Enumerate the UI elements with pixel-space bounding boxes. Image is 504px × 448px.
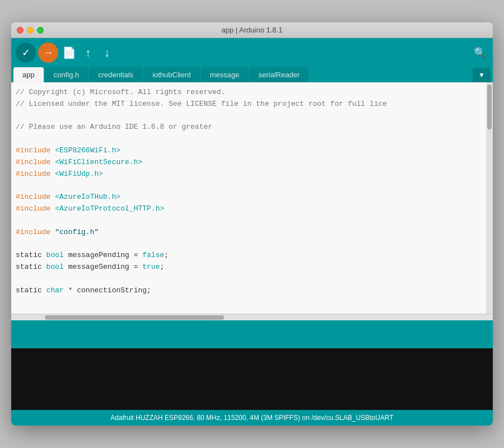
status-bar: Adafruit HUZZAH ESP8266, 80 MHz, 115200,… (11, 410, 493, 426)
open-button[interactable]: ↑ (80, 44, 96, 61)
code-line-4: // Please use an Arduino IDE 1.6.8 or gr… (16, 122, 479, 133)
new-button[interactable]: 📄 (60, 44, 77, 61)
teal-divider (11, 320, 493, 348)
traffic-lights (17, 27, 44, 34)
code-line-3 (16, 110, 479, 122)
code-line-15: static bool messagePending = false; (16, 250, 479, 262)
status-text: Adafruit HUZZAH ESP8266, 80 MHz, 115200,… (110, 414, 393, 422)
toolbar: ✓ → 📄 ↑ ↓ 🔍 (11, 38, 493, 67)
minimize-button[interactable] (27, 27, 34, 34)
vertical-scrollbar-thumb[interactable] (487, 85, 492, 129)
tab-iothubclient[interactable]: iothubClient (143, 67, 200, 82)
title-bar: app | Arduino 1.8.1 (11, 22, 493, 38)
vertical-scrollbar[interactable] (486, 82, 493, 314)
upload-button[interactable]: → (38, 43, 58, 63)
search-button[interactable]: 🔍 (472, 44, 488, 61)
code-line-5 (16, 133, 479, 145)
code-editor[interactable]: // Copyright (c) Microsoft. All rights r… (11, 82, 486, 314)
code-line-9 (16, 180, 479, 192)
code-line-17 (16, 273, 479, 285)
code-line-11: #include <AzureIoTProtocol_HTTP.h> (16, 203, 479, 215)
code-line-1: // Copyright (c) Microsoft. All rights r… (16, 87, 479, 99)
code-line-18: static char * connectionString; (16, 285, 479, 297)
code-line-8: #include <WiFiUdp.h> (16, 169, 479, 180)
code-line-10: #include <AzureIoTHub.h> (16, 192, 479, 203)
horizontal-scrollbar[interactable] (11, 314, 493, 320)
main-window: app | Arduino 1.8.1 ✓ → 📄 ↑ ↓ 🔍 app conf… (11, 22, 493, 426)
tab-credentials[interactable]: credentials (89, 67, 142, 82)
code-line-7: #include <WiFiClientSecure.h> (16, 157, 479, 169)
tab-message[interactable]: message (201, 67, 249, 82)
tab-overflow-button[interactable]: ▼ (473, 68, 491, 82)
tab-bar: app config.h credentials iothubClient me… (11, 67, 493, 82)
tab-app[interactable]: app (13, 67, 44, 82)
window-title: app | Arduino 1.8.1 (222, 26, 283, 34)
tab-serialreader[interactable]: serialReader (250, 67, 309, 82)
editor-area: // Copyright (c) Microsoft. All rights r… (11, 82, 493, 320)
tab-config[interactable]: config.h (45, 67, 88, 82)
save-button[interactable]: ↓ (99, 44, 115, 61)
horizontal-scrollbar-thumb[interactable] (45, 315, 224, 320)
code-line-13: #include "config.h" (16, 227, 479, 239)
code-line-14 (16, 238, 479, 250)
verify-button[interactable]: ✓ (16, 43, 36, 63)
code-line-12 (16, 215, 479, 227)
maximize-button[interactable] (37, 27, 44, 34)
code-line-6: #include <ESP8266WiFi.h> (16, 145, 479, 157)
code-line-2: // Licensed under the MIT license. See L… (16, 99, 479, 110)
console-output (11, 348, 493, 410)
code-line-16: static bool messageSending = true; (16, 262, 479, 273)
close-button[interactable] (17, 27, 24, 34)
